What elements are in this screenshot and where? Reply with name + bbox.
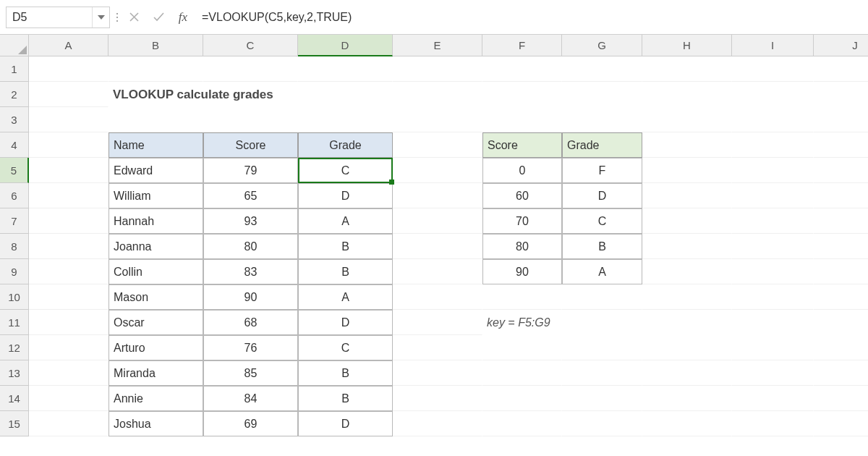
cell[interactable] [642,259,732,284]
cell[interactable] [29,335,109,360]
cell[interactable] [29,56,109,82]
key-score[interactable]: 70 [482,208,562,234]
key-grade[interactable]: B [562,234,642,259]
grades-name[interactable]: Miranda [109,360,203,386]
cell[interactable] [732,183,814,208]
cell[interactable] [482,386,562,411]
key-header-score[interactable]: Score [482,132,562,158]
fx-button[interactable]: fx [173,10,193,25]
col-header[interactable]: A [29,35,109,56]
grades-grade[interactable]: D [298,310,393,335]
cell[interactable] [642,386,732,411]
name-box-dropdown[interactable] [92,7,109,28]
grades-grade[interactable]: C [298,158,393,183]
row-header[interactable]: 12 [0,335,29,360]
table-header-score[interactable]: Score [203,132,298,158]
cell[interactable] [482,335,562,360]
cell[interactable] [814,284,868,310]
cell[interactable] [732,259,814,284]
grades-score[interactable]: 85 [203,360,298,386]
col-header[interactable]: E [393,35,482,56]
cell[interactable] [814,56,868,82]
cell[interactable] [482,411,562,436]
cell[interactable] [393,360,482,386]
confirm-formula-button[interactable] [148,7,169,28]
row-header[interactable]: 13 [0,360,29,386]
grades-name[interactable]: Mason [109,284,203,310]
row-header[interactable]: 10 [0,284,29,310]
cell[interactable] [642,208,732,234]
grades-score[interactable]: 90 [203,284,298,310]
col-header[interactable]: B [109,35,203,56]
cell[interactable] [109,56,203,82]
cell[interactable] [732,132,814,158]
row-header[interactable]: 7 [0,208,29,234]
name-box-container[interactable]: D5 [6,7,110,28]
row-header[interactable]: 6 [0,183,29,208]
cell[interactable] [562,107,642,132]
table-header-grade[interactable]: Grade [298,132,393,158]
cell[interactable] [393,56,482,82]
cell[interactable] [642,411,732,436]
cell[interactable] [732,284,814,310]
grades-score[interactable]: 79 [203,158,298,183]
cell[interactable] [29,107,109,132]
cell[interactable] [393,411,482,436]
cell[interactable] [562,284,642,310]
table-header-name[interactable]: Name [109,132,203,158]
cell[interactable] [642,132,732,158]
cell[interactable] [393,158,482,183]
cell[interactable] [814,360,868,386]
grades-name[interactable]: William [109,183,203,208]
grades-score[interactable]: 69 [203,411,298,436]
cell[interactable] [732,107,814,132]
grades-score[interactable]: 80 [203,234,298,259]
cell[interactable] [393,234,482,259]
row-header[interactable]: 1 [0,56,29,82]
cell[interactable] [814,183,868,208]
grades-grade[interactable]: A [298,208,393,234]
col-header[interactable]: J [814,35,868,56]
grades-score[interactable]: 83 [203,259,298,284]
cell[interactable] [562,56,642,82]
cell[interactable] [298,107,393,132]
cell[interactable] [393,284,482,310]
cell[interactable] [642,360,732,386]
key-range-note[interactable]: key = F5:G9 [482,310,642,335]
key-grade[interactable]: F [562,158,642,183]
cell[interactable] [642,158,732,183]
row-header[interactable]: 2 [0,82,29,107]
col-header[interactable]: D [298,35,393,56]
formula-input[interactable]: =VLOOKUP(C5,key,2,TRUE) [197,7,862,28]
cell[interactable] [642,284,732,310]
col-header[interactable]: C [203,35,298,56]
key-grade[interactable]: A [562,259,642,284]
cell[interactable] [732,208,814,234]
cell[interactable] [814,259,868,284]
grades-score[interactable]: 65 [203,183,298,208]
grades-grade[interactable]: B [298,259,393,284]
cell[interactable] [814,411,868,436]
cell[interactable] [29,158,109,183]
grades-name[interactable]: Oscar [109,310,203,335]
row-header[interactable]: 14 [0,386,29,411]
cell[interactable] [732,56,814,82]
grades-grade[interactable]: C [298,335,393,360]
key-grade[interactable]: C [562,208,642,234]
cell[interactable] [814,335,868,360]
grades-grade[interactable]: B [298,360,393,386]
cell[interactable] [732,158,814,183]
cell[interactable] [642,234,732,259]
grades-name[interactable]: Joanna [109,234,203,259]
row-header[interactable]: 9 [0,259,29,284]
grades-grade[interactable]: A [298,284,393,310]
cell[interactable] [482,284,562,310]
cell[interactable] [203,107,298,132]
cell[interactable] [393,259,482,284]
row-header[interactable]: 4 [0,132,29,158]
cell[interactable] [482,56,562,82]
cell[interactable] [393,208,482,234]
grades-grade[interactable]: D [298,183,393,208]
cell[interactable] [393,132,482,158]
cell[interactable] [29,411,109,436]
